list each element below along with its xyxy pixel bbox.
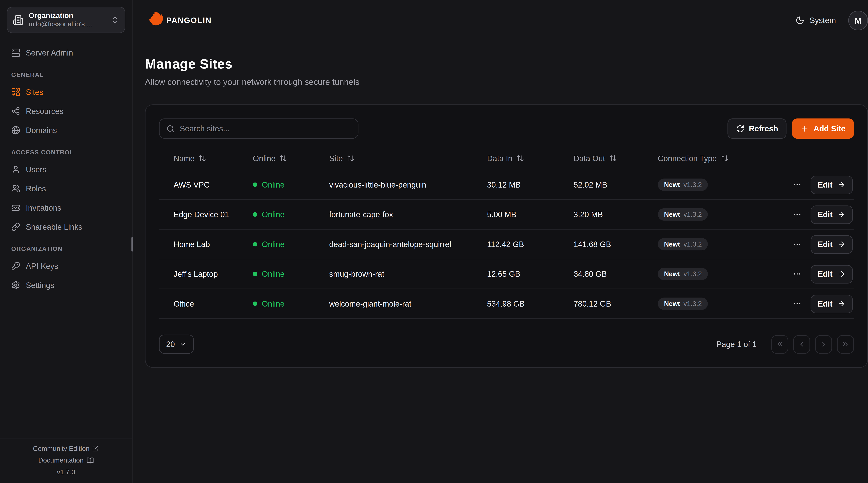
section-label-general: GENERAL: [11, 71, 121, 78]
data-out-cell: 34.80 GB: [574, 269, 658, 279]
community-edition-link[interactable]: Community Edition: [33, 445, 99, 452]
key-icon: [11, 262, 20, 271]
data-out-cell: 780.12 GB: [574, 299, 658, 308]
connection-version: v1.3.2: [683, 211, 702, 218]
connection-type-name: Newt: [664, 181, 680, 189]
avatar[interactable]: M: [848, 10, 868, 30]
sidebar-item-server-admin[interactable]: Server Admin: [7, 44, 125, 61]
pager: Page 1 of 1: [716, 335, 854, 353]
site-tunnel-cell: smug-brown-rat: [329, 269, 487, 279]
previous-page-button[interactable]: [793, 335, 810, 353]
sidebar-item-label: Domains: [26, 126, 57, 135]
table-row: Jeff's Laptop Online smug-brown-rat 12.6…: [159, 259, 854, 289]
connection-type-cell: Newt v1.3.2: [658, 179, 772, 191]
site-name-cell: Jeff's Laptop: [159, 269, 253, 279]
online-dot-icon: [253, 242, 257, 247]
brand[interactable]: PANGOLIN: [145, 10, 212, 30]
search-input[interactable]: [180, 124, 351, 133]
search-box: [159, 119, 359, 139]
ellipsis-icon: [793, 269, 802, 279]
online-dot-icon: [253, 301, 257, 306]
edit-label: Edit: [818, 299, 833, 308]
combine-icon: [11, 88, 20, 97]
brand-name: PANGOLIN: [166, 16, 212, 25]
column-header-site[interactable]: Site: [329, 154, 487, 163]
sidebar-item-shareable-links[interactable]: Shareable Links: [7, 218, 125, 235]
online-dot-icon: [253, 212, 257, 217]
edit-button[interactable]: Edit: [810, 294, 853, 313]
connection-type-name: Newt: [664, 211, 680, 218]
sidebar-item-resources[interactable]: Resources: [7, 103, 125, 120]
arrow-right-icon: [838, 300, 845, 308]
documentation-link[interactable]: Documentation: [38, 456, 94, 464]
sidebar-item-api-keys[interactable]: API Keys: [7, 258, 125, 275]
sidebar-item-roles[interactable]: Roles: [7, 180, 125, 197]
moon-icon: [796, 16, 805, 25]
row-menu-button[interactable]: [790, 177, 804, 193]
column-header-connection-type[interactable]: Connection Type: [658, 154, 772, 163]
toolbar-actions: Refresh Add Site: [727, 119, 854, 139]
ellipsis-icon: [793, 240, 802, 249]
row-menu-button[interactable]: [790, 236, 804, 252]
external-link-icon: [92, 445, 99, 452]
data-out-cell: 52.02 MB: [574, 180, 658, 189]
last-page-button[interactable]: [837, 335, 854, 353]
edit-button[interactable]: Edit: [810, 175, 853, 194]
sidebar-item-label: Sites: [26, 88, 43, 97]
pager-buttons: [771, 335, 854, 353]
theme-toggle[interactable]: System: [796, 16, 836, 25]
row-actions-cell: Edit: [772, 235, 854, 254]
user-icon: [11, 165, 20, 174]
edit-button[interactable]: Edit: [810, 265, 853, 283]
row-menu-button[interactable]: [790, 296, 804, 312]
row-actions-cell: Edit: [772, 294, 854, 313]
row-menu-button[interactable]: [790, 266, 804, 282]
edit-label: Edit: [818, 180, 833, 189]
site-status-cell: Online: [253, 210, 329, 219]
site-status-cell: Online: [253, 240, 329, 249]
sidebar-item-label: Resources: [26, 107, 64, 116]
row-menu-button[interactable]: [790, 206, 804, 222]
sidebar: Organization milo@fossorial.io's ... Ser…: [0, 0, 133, 483]
online-dot-icon: [253, 272, 257, 276]
ticket-check-icon: [11, 203, 20, 212]
arrow-right-icon: [838, 211, 845, 218]
org-selector[interactable]: Organization milo@fossorial.io's ...: [7, 7, 125, 33]
online-status-label: Online: [262, 240, 284, 249]
refresh-button[interactable]: Refresh: [727, 119, 786, 139]
edit-button[interactable]: Edit: [810, 205, 853, 224]
app-version: v1.7.0: [57, 468, 75, 476]
globe-icon: [11, 126, 20, 135]
column-header-data-out[interactable]: Data Out: [574, 154, 658, 163]
chevrons-right-icon: [842, 340, 849, 348]
sidebar-item-users[interactable]: Users: [7, 161, 125, 178]
data-in-cell: 12.65 GB: [487, 269, 574, 279]
add-site-button[interactable]: Add Site: [792, 119, 854, 139]
column-header-data-in[interactable]: Data In: [487, 154, 574, 163]
table-row: Home Lab Online dead-san-joaquin-antelop…: [159, 230, 854, 260]
arrow-right-icon: [838, 270, 845, 278]
ellipsis-icon: [793, 299, 802, 308]
sidebar-item-domains[interactable]: Domains: [7, 122, 125, 139]
sidebar-item-sites[interactable]: Sites: [7, 84, 125, 100]
share-nodes-icon: [11, 107, 20, 116]
next-page-button[interactable]: [815, 335, 832, 353]
column-header-name[interactable]: Name: [159, 154, 253, 163]
page-size-select[interactable]: 20: [159, 335, 194, 354]
row-actions-cell: Edit: [772, 205, 854, 224]
org-texts: Organization milo@fossorial.io's ...: [29, 11, 105, 29]
theme-label: System: [810, 16, 836, 25]
data-in-cell: 534.98 GB: [487, 299, 574, 308]
column-header-online[interactable]: Online: [253, 154, 329, 163]
first-page-button[interactable]: [771, 335, 788, 353]
sidebar-resize-handle[interactable]: [131, 237, 133, 252]
edit-button[interactable]: Edit: [810, 235, 853, 254]
add-site-label: Add Site: [813, 124, 845, 133]
org-label: Organization: [29, 11, 105, 20]
connection-type-cell: Newt v1.3.2: [658, 268, 772, 280]
row-actions-cell: Edit: [772, 265, 854, 283]
arrow-right-icon: [838, 181, 845, 189]
site-tunnel-cell: vivacious-little-blue-penguin: [329, 180, 487, 189]
sidebar-item-settings[interactable]: Settings: [7, 277, 125, 294]
sidebar-item-invitations[interactable]: Invitations: [7, 199, 125, 216]
